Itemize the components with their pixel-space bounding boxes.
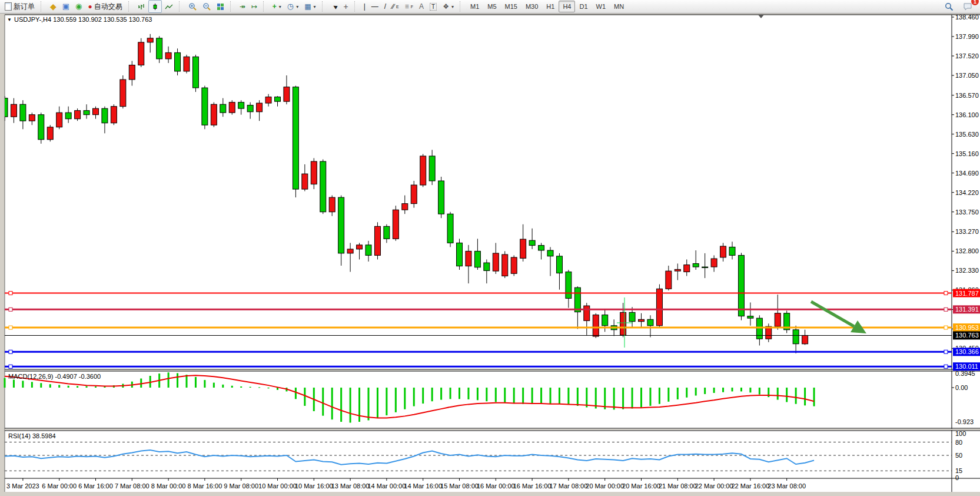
zoom-out-button[interactable] — [200, 0, 214, 13]
trendline-button[interactable]: / — [381, 0, 389, 13]
price-tick-label: 134.220 — [955, 189, 979, 196]
timeframe-group: M1M5M15M30H1H4D1W1MN — [464, 0, 630, 13]
macd-histogram-bar — [395, 388, 397, 412]
tile-windows-button[interactable] — [214, 0, 227, 13]
periods-button[interactable]: ◷▾ — [284, 0, 301, 13]
time-tick-label: 17 Mar 08:00 — [549, 482, 587, 490]
macd-histogram-bar — [550, 388, 552, 404]
search-icon — [945, 2, 954, 11]
price-tick-label: 136.100 — [955, 111, 979, 118]
bull-candle — [111, 107, 117, 123]
market-watch-button[interactable]: ◆ — [47, 0, 59, 13]
bar-chart-button[interactable] — [135, 0, 148, 13]
channel-sub-label: E — [396, 5, 399, 9]
line-chart-button[interactable] — [162, 0, 176, 13]
time-tick-label: 6 Mar 16:00 — [78, 482, 113, 490]
cursor-button[interactable]: ▲ — [328, 0, 341, 13]
svg-text:15: 15 — [955, 467, 962, 474]
line-handle[interactable] — [9, 350, 12, 353]
timeframe-M5[interactable]: M5 — [483, 1, 500, 12]
macd-histogram-bar — [704, 388, 706, 394]
crosshair-button[interactable]: + — [340, 0, 351, 13]
timeframe-D1[interactable]: D1 — [575, 1, 592, 12]
templates-button[interactable]: ▦▾ — [301, 0, 318, 13]
bear-candle — [647, 319, 653, 326]
price-tick-label: 136.570 — [955, 92, 979, 99]
data-window-button[interactable]: ▣ — [59, 0, 72, 13]
new-order-icon — [5, 2, 12, 11]
bear-candle — [556, 256, 562, 273]
line-handle[interactable] — [944, 292, 948, 295]
macd-histogram-bar — [368, 388, 370, 420]
price-label-text: 130.366 — [955, 348, 979, 355]
timeframe-M1[interactable]: M1 — [466, 1, 483, 12]
svg-text:100: 100 — [955, 430, 966, 437]
timeframe-H1[interactable]: H1 — [542, 1, 559, 12]
new-order-label: 新订单 — [14, 2, 35, 12]
line-handle[interactable] — [9, 365, 12, 368]
svg-text:50: 50 — [955, 452, 962, 459]
fibonacci-icon: ≡ — [405, 3, 409, 10]
trendline-icon: / — [384, 3, 386, 10]
macd-histogram-bar — [677, 388, 679, 399]
bear-candle — [384, 226, 390, 239]
bear-candle — [702, 267, 708, 267]
macd-histogram-bar — [422, 388, 424, 404]
macd-histogram-bar — [350, 388, 351, 423]
horizontal-line-button[interactable]: — — [368, 0, 381, 13]
search-button[interactable] — [942, 0, 956, 13]
bull-candle — [593, 315, 599, 337]
cursor-icon: ▲ — [330, 2, 339, 11]
line-handle[interactable] — [944, 365, 948, 368]
arrows-tool-button[interactable]: ❖▾ — [440, 0, 457, 13]
timeframe-M30[interactable]: M30 — [521, 1, 542, 12]
fibonacci-button[interactable]: ≡F — [402, 0, 416, 13]
chart-shift-button[interactable]: ↦ — [248, 0, 260, 13]
vertical-line-button[interactable]: | — [361, 0, 368, 13]
bear-candle — [192, 57, 198, 88]
timeframe-M15[interactable]: M15 — [501, 1, 521, 12]
symbol-ohlc-label: USDJPY-,H4 130.559 130.902 130.535 130.7… — [14, 16, 152, 23]
bull-candle — [357, 245, 363, 249]
candlestick-chart-button[interactable] — [148, 0, 162, 13]
zoom-in-icon — [188, 2, 197, 11]
channel-button[interactable]: ∕∕E — [389, 0, 402, 13]
line-handle[interactable] — [9, 326, 12, 329]
text-tool-button[interactable]: A — [416, 0, 427, 13]
bull-candle — [675, 269, 680, 271]
line-handle[interactable] — [944, 326, 948, 329]
bull-candle — [147, 38, 153, 42]
macd-histogram-bar — [304, 388, 305, 406]
bull-candle — [138, 42, 144, 65]
macd-histogram-bar — [322, 388, 324, 416]
zoom-in-button[interactable] — [185, 0, 200, 13]
line-handle[interactable] — [9, 292, 12, 295]
indicators-button[interactable]: +▾ — [270, 0, 284, 13]
notification-badge: 1 — [971, 0, 979, 5]
chat-icon — [963, 2, 972, 11]
timeframe-MN[interactable]: MN — [610, 1, 628, 12]
toolbar-separator — [322, 1, 325, 12]
bull-candle — [165, 52, 171, 59]
autotrading-button[interactable]: ● 自动交易 — [85, 0, 125, 13]
chat-button[interactable]: 1 — [960, 0, 975, 13]
time-tick-label: 16 Mar 00:00 — [477, 482, 515, 490]
chart-canvas[interactable]: 138.460137.990137.520137.050136.570136.1… — [0, 0, 980, 496]
macd-histogram-bar — [77, 386, 78, 388]
chevron-down-icon: ▾ — [279, 4, 281, 9]
bear-candle — [20, 104, 26, 121]
timeframe-W1[interactable]: W1 — [592, 1, 610, 12]
macd-histogram-bar — [450, 388, 451, 399]
line-handle[interactable] — [944, 350, 948, 353]
auto-scroll-button[interactable]: ↠ — [237, 0, 248, 13]
line-handle[interactable] — [944, 307, 948, 311]
label-tool-button[interactable]: T — [427, 0, 440, 13]
new-order-button[interactable]: 新订单 — [2, 0, 38, 13]
gold-diamond-icon: ◆ — [50, 3, 57, 10]
time-tick-label: 21 Mar 08:00 — [659, 482, 697, 490]
line-handle[interactable] — [9, 307, 12, 311]
macd-histogram-bar — [522, 388, 524, 404]
signal-button[interactable]: ◉ — [72, 0, 85, 13]
bull-candle — [284, 87, 290, 102]
timeframe-H4[interactable]: H4 — [559, 1, 575, 12]
